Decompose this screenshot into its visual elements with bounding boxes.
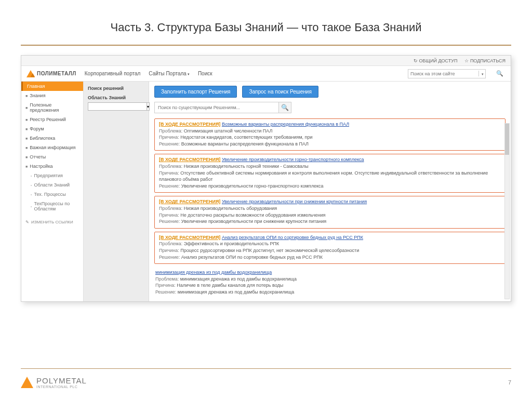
problem-label: Проблема: [159, 241, 182, 246]
refresh-icon [414, 58, 418, 63]
knowledge-area-input[interactable] [88, 102, 147, 111]
status-badge: [В ХОДЕ РАССМОТРЕНИЯ] [159, 235, 220, 240]
page-number: 7 [508, 379, 511, 385]
sidebar-item-5[interactable]: ■Библиотека [21, 134, 83, 143]
sidebar-item-label: Отчеты [30, 154, 46, 159]
solution-card-1: [В ХОДЕ РАССМОТРЕНИЯ] Увеличение произво… [154, 154, 506, 193]
app-window: ОБЩИЙ ДОСТУП ПОДПИСАТЬСЯ ПОЛИМЕТАЛЛ Корп… [21, 55, 511, 302]
solution-title-link[interactable]: Возможные варианты распределения функцио… [222, 122, 349, 127]
brand-logo[interactable]: ПОЛИМЕТАЛЛ [26, 70, 76, 77]
sidebar-sub-label: Области Знаний [34, 182, 70, 188]
sidebar-sub-1[interactable]: ▫Области Знаний [21, 180, 83, 190]
solutions-search-button[interactable]: 🔍 [279, 102, 291, 113]
bullet-icon: ▫ [31, 174, 32, 178]
sidebar: Главная■Знания■Полезные предложения■Реес… [21, 82, 84, 301]
solution-label: Решение: [159, 219, 180, 224]
site-search-button[interactable]: 🔍 [494, 70, 506, 77]
problem-text: Низкая производительность оборудования [184, 206, 277, 211]
edit-links[interactable]: ИЗМЕНИТЬ ССЫЛКИ [21, 218, 83, 227]
sidebar-item-8[interactable]: ■Настройка [21, 162, 83, 171]
bullet-icon: ■ [25, 165, 28, 168]
footer-rule [21, 368, 511, 369]
sidebar-item-label: Реестр Решений [30, 117, 66, 122]
sidebar-sub-2[interactable]: ▫Тех. Процессы [21, 190, 83, 199]
solution-title-link[interactable]: минимизация дренажа из под дамбы водохра… [155, 270, 272, 275]
solution-text: Анализ результатов ОПИ по сортировке бед… [181, 255, 323, 260]
brand-text: ПОЛИМЕТАЛЛ [37, 71, 76, 76]
solution-title-link[interactable]: Анализ результатов ОПИ по сортировке бед… [222, 235, 363, 240]
sidebar-item-label: Настройка [30, 164, 52, 169]
bullet-icon: ■ [25, 146, 28, 150]
reason-text: Отсутствие объективной системы нормирова… [159, 170, 488, 182]
reason-label: Причина: [159, 248, 179, 253]
sidebar-sub-label: ТехПроцессы по Областям [34, 201, 79, 211]
top-strip: ОБЩИЙ ДОСТУП ПОДПИСАТЬСЯ [21, 56, 511, 66]
reason-text: Недостаток кандидатов, соответствующих т… [180, 135, 312, 140]
edit-links-label: ИЗМЕНИТЬ ССЫЛКИ [31, 220, 73, 224]
star-icon [464, 58, 469, 63]
site-search-input[interactable] [408, 71, 478, 76]
sidebar-item-6[interactable]: ■Важная информация [21, 143, 83, 152]
reason-label: Причина: [155, 283, 176, 288]
status-badge: [В ХОДЕ РАССМОТРЕНИЯ] [159, 122, 220, 127]
chevron-down-icon [187, 71, 190, 76]
sidebar-item-0[interactable]: Главная [21, 82, 83, 91]
solution-card-0: [В ХОДЕ РАССМОТРЕНИЯ] Возможные варианты… [154, 118, 506, 151]
sidebar-item-label: Библиотека [30, 136, 55, 141]
solution-label: Решение: [159, 255, 180, 260]
slide-title: Часть 3. Структура Базы Знаний — что так… [0, 0, 532, 45]
scrollbar-thumb[interactable] [505, 124, 509, 155]
sidebar-item-4[interactable]: ■Форум [21, 124, 83, 134]
bullet-icon: ▫ [31, 205, 32, 208]
reason-text: Процесс рудосортировки на РПК достигнут,… [180, 248, 359, 253]
sidebar-item-label: Знания [30, 93, 45, 98]
nav-sites[interactable]: Сайты Портала [149, 71, 190, 76]
sidebar-item-label: Главная [27, 84, 45, 89]
header-bar: ПОЛИМЕТАЛЛ Корпоративный портал Сайты По… [21, 66, 511, 82]
pencil-icon [25, 220, 29, 224]
site-search[interactable] [408, 69, 486, 78]
sidebar-item-1[interactable]: ■Знания [21, 91, 83, 100]
filter-heading: Поиск решений [88, 86, 144, 91]
sidebar-item-3[interactable]: ■Реестр Решений [21, 115, 83, 124]
fill-passport-button[interactable]: Заполнить паспорт Решения [154, 86, 237, 98]
reason-label: Причина: [159, 170, 179, 176]
nav-search[interactable]: Поиск [198, 71, 212, 76]
title-rule [21, 45, 511, 46]
search-request-button[interactable]: Запрос на поиск Решения [242, 86, 318, 98]
scrollbar[interactable] [504, 123, 510, 299]
bullet-icon: ▫ [31, 193, 32, 196]
problem-text: минимизация дренажа из под дамбы водохра… [180, 276, 297, 282]
bullet-icon: ■ [25, 155, 28, 159]
solution-text: Возможные варианты распределения функцио… [181, 141, 309, 147]
solution-label: Решение: [155, 289, 176, 295]
sidebar-item-2[interactable]: ■Полезные предложения [21, 100, 83, 115]
bullet-icon: ■ [25, 118, 28, 122]
filter-panel: Поиск решений Область Знаний ▾ [84, 82, 149, 301]
nav-corporate[interactable]: Корпоративный портал [85, 71, 141, 76]
footer-sub: INTERNATIONAL PLC [36, 385, 87, 389]
solution-card-4: минимизация дренажа из под дамбы водохра… [154, 267, 506, 298]
sidebar-sub-3[interactable]: ▫ТехПроцессы по Областям [21, 199, 83, 214]
problem-text: Эффективность и производительность РПК [184, 241, 280, 246]
reason-label: Причина: [159, 135, 179, 140]
solution-card-3: [В ХОДЕ РАССМОТРЕНИЯ] Анализ результатов… [154, 232, 506, 264]
bullet-icon: ■ [25, 106, 28, 110]
sidebar-item-7[interactable]: ■Отчеты [21, 152, 83, 162]
solution-label: Решение: [159, 183, 180, 189]
problem-label: Проблема: [159, 164, 182, 169]
status-badge: [В ХОДЕ РАССМОТРЕНИЯ] [159, 157, 220, 162]
status-badge: [В ХОДЕ РАССМОТРЕНИЯ] [159, 199, 220, 204]
solution-title-link[interactable]: Увеличение производительности при снижен… [222, 199, 367, 204]
bullet-icon: ■ [25, 137, 28, 140]
search-scope-dropdown-icon[interactable] [478, 71, 485, 76]
footer-logo: POLYMETAL INTERNATIONAL PLC [21, 376, 87, 389]
solution-title-link[interactable]: Увеличение производительности горно-тран… [222, 157, 364, 162]
sidebar-item-label: Форум [30, 126, 44, 131]
share-link[interactable]: ОБЩИЙ ДОСТУП [414, 58, 457, 63]
bullet-icon: ■ [25, 94, 28, 98]
solutions-search-input[interactable] [154, 102, 279, 113]
subscribe-link[interactable]: ПОДПИСАТЬСЯ [464, 58, 506, 63]
reason-text: Не достаточно раскрыты возможности обору… [180, 212, 325, 218]
sidebar-sub-0[interactable]: ▫Предприятия [21, 171, 83, 180]
